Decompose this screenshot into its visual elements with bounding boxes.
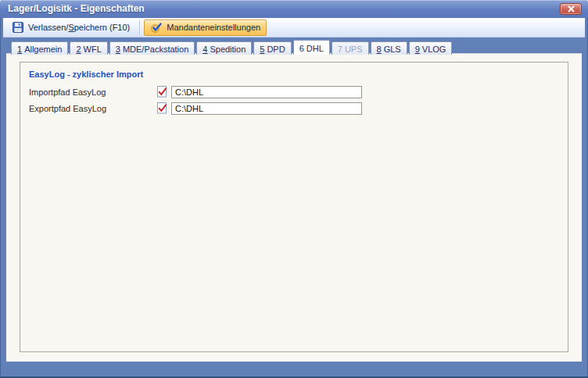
import-path-input[interactable] xyxy=(171,86,362,98)
tab-allgemein[interactable]: 1Allgemein xyxy=(11,41,68,55)
tab-gls[interactable]: 8GLS xyxy=(371,41,407,55)
export-path-input[interactable] xyxy=(171,102,362,115)
dialog-window: Lager/Logisitk - Eigenschaften Verlassen… xyxy=(0,0,588,378)
tab-dpd[interactable]: 5DPD xyxy=(253,41,291,55)
tab-vlog[interactable]: 9VLOG xyxy=(409,41,453,55)
save-exit-button[interactable]: Verlassen/Speichern (F10) xyxy=(5,20,136,36)
save-exit-label: Verlassen/Speichern (F10) xyxy=(28,23,130,32)
save-floppy-icon xyxy=(12,21,24,34)
tab-dhl[interactable]: 6DHL xyxy=(293,40,330,55)
tab-wfl[interactable]: 2WFL xyxy=(70,41,107,55)
close-icon xyxy=(568,5,575,12)
window-title: Lager/Logisitk - Eigenschaften xyxy=(8,3,145,14)
mandant-settings-button[interactable]: Mandanteneinstellungen xyxy=(144,20,267,36)
tab-page-dhl: EasyLog - zyklischer Import Importpfad E… xyxy=(6,53,582,362)
mandant-settings-icon xyxy=(150,21,163,34)
mandant-settings-label: Mandanteneinstellungen xyxy=(167,23,260,32)
red-check-note-icon xyxy=(157,102,168,114)
tab-mde-packstation[interactable]: 3MDE/Packstation xyxy=(109,41,195,55)
settings-group-panel: EasyLog - zyklischer Import Importpfad E… xyxy=(20,62,568,352)
import-path-label: Importpfad EasyLog xyxy=(29,87,156,97)
tab-spedition[interactable]: 4Spedition xyxy=(196,41,252,55)
red-check-note-icon xyxy=(157,86,168,98)
title-bar: Lager/Logisitk - Eigenschaften xyxy=(0,0,588,18)
tab-strip: 1Allgemein 2WFL 3MDE/Packstation 4Spedit… xyxy=(11,40,452,55)
close-button[interactable] xyxy=(560,3,582,15)
export-path-label: Exportpfad EasyLog xyxy=(29,104,156,113)
toolbar-separator xyxy=(139,20,141,35)
export-path-validate-button[interactable] xyxy=(156,102,168,115)
export-path-row: Exportpfad EasyLog xyxy=(29,102,568,115)
import-path-row: Importpfad EasyLog xyxy=(29,85,568,98)
section-heading: EasyLog - zyklischer Import xyxy=(29,70,568,79)
tab-ups: 7UPS xyxy=(332,41,369,55)
toolbar: Verlassen/Speichern (F10) Mandanteneinst… xyxy=(3,18,585,37)
import-path-validate-button[interactable] xyxy=(156,86,168,98)
